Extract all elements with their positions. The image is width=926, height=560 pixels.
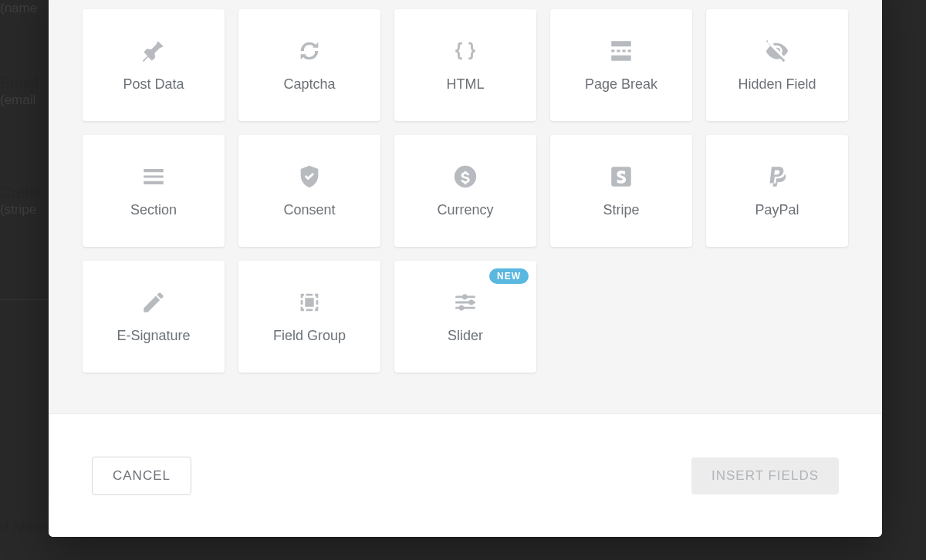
tile-e-signature[interactable]: E-Signature bbox=[83, 261, 225, 373]
modal-body: Post Data Captcha HTML Page Break bbox=[49, 0, 882, 413]
tile-section[interactable]: Section bbox=[83, 135, 225, 247]
refresh-icon bbox=[296, 38, 323, 64]
tile-slider[interactable]: NEW Slider bbox=[394, 261, 536, 373]
stripe-icon bbox=[608, 164, 634, 190]
tile-page-break[interactable]: Page Break bbox=[550, 9, 692, 121]
tile-label: PayPal bbox=[755, 202, 799, 218]
tile-label: E-Signature bbox=[117, 328, 190, 344]
paypal-icon bbox=[764, 164, 790, 190]
tile-label: Slider bbox=[448, 328, 483, 344]
tile-label: Stripe bbox=[603, 202, 639, 218]
tile-label: Section bbox=[130, 202, 177, 218]
tile-field-group[interactable]: Field Group bbox=[238, 261, 380, 373]
sliders-icon bbox=[452, 289, 478, 315]
tile-label: HTML bbox=[447, 76, 485, 93]
tile-label: Field Group bbox=[273, 328, 346, 344]
tile-label: Consent bbox=[283, 202, 335, 218]
page-break-icon bbox=[608, 38, 634, 64]
modal-footer: CANCEL INSERT FIELDS bbox=[49, 413, 882, 537]
bars-icon bbox=[140, 164, 167, 190]
tile-label: Hidden Field bbox=[738, 76, 816, 93]
tile-captcha[interactable]: Captcha bbox=[238, 9, 380, 121]
tile-consent[interactable]: Consent bbox=[238, 135, 380, 247]
tile-label: Captcha bbox=[283, 76, 335, 93]
tile-html[interactable]: HTML bbox=[394, 9, 536, 121]
tile-label: Currency bbox=[437, 202, 493, 218]
tile-label: Post Data bbox=[123, 76, 184, 93]
tile-paypal[interactable]: PayPal bbox=[706, 135, 848, 247]
braces-icon bbox=[452, 38, 478, 64]
eye-off-icon bbox=[764, 38, 790, 64]
pencil-icon bbox=[140, 289, 167, 315]
thumbtack-icon bbox=[140, 38, 167, 64]
badge-new: NEW bbox=[489, 268, 529, 284]
dollar-circle-icon bbox=[452, 164, 478, 190]
group-icon bbox=[296, 289, 323, 315]
insert-fields-button[interactable]: INSERT FIELDS bbox=[691, 457, 839, 494]
field-grid: Post Data Captcha HTML Page Break bbox=[83, 9, 848, 373]
cancel-button[interactable]: CANCEL bbox=[92, 457, 191, 495]
tile-label: Page Break bbox=[585, 76, 657, 93]
tile-stripe[interactable]: Stripe bbox=[550, 135, 692, 247]
shield-check-icon bbox=[296, 164, 323, 190]
field-picker-modal: Post Data Captcha HTML Page Break bbox=[49, 0, 882, 537]
tile-post-data[interactable]: Post Data bbox=[83, 9, 225, 121]
tile-currency[interactable]: Currency bbox=[394, 135, 536, 247]
tile-hidden-field[interactable]: Hidden Field bbox=[706, 9, 848, 121]
